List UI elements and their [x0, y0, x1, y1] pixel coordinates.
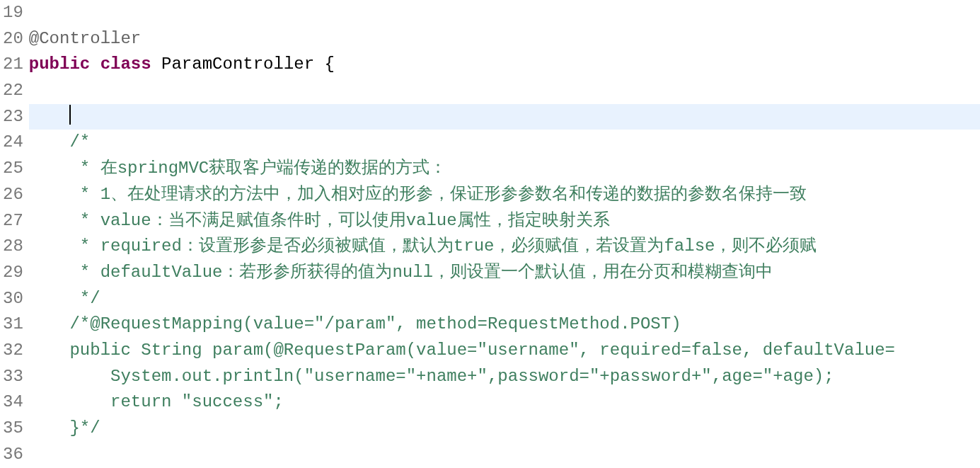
line-number: 36: [0, 442, 23, 468]
line-number: 19: [0, 0, 23, 26]
line-number: 33: [0, 364, 23, 390]
line-number-gutter: 19 20 21 22 23 24 25 26 27 28 29 30 31 3…: [0, 0, 29, 468]
code-area[interactable]: @Controller public class ParamController…: [29, 0, 980, 468]
code-line-34[interactable]: return "success";: [29, 389, 980, 416]
line-number: 27: [0, 208, 23, 234]
code-line-20[interactable]: @Controller: [29, 26, 980, 52]
code-line-24[interactable]: /*: [29, 130, 980, 156]
line-number: 22: [0, 78, 23, 104]
line-number: 31: [0, 312, 23, 338]
code-line-32[interactable]: public String param(@RequestParam(value=…: [29, 338, 980, 364]
code-line-30[interactable]: */: [29, 286, 980, 312]
line-number: 20: [0, 26, 23, 52]
line-number: 26: [0, 182, 23, 208]
text-cursor: [69, 105, 71, 125]
code-line-35[interactable]: }*/: [29, 416, 980, 442]
line-number: 23: [0, 104, 23, 130]
line-number: 21: [0, 52, 23, 78]
line-number: 30: [0, 286, 23, 312]
line-number: 24: [0, 130, 23, 156]
code-line-25[interactable]: * 在springMVC获取客户端传递的数据的方式：: [29, 156, 980, 182]
line-number: 35: [0, 416, 23, 442]
line-number: 25: [0, 156, 23, 182]
code-line-28[interactable]: * required：设置形参是否必须被赋值，默认为true，必须赋值，若设置为…: [29, 234, 980, 260]
code-line-36[interactable]: [29, 442, 980, 468]
line-number: 34: [0, 389, 23, 416]
code-editor: 19 20 21 22 23 24 25 26 27 28 29 30 31 3…: [0, 0, 980, 468]
code-line-33[interactable]: System.out.println("username="+name+",pa…: [29, 364, 980, 390]
code-line-23-active[interactable]: [29, 104, 980, 130]
code-line-27[interactable]: * value：当不满足赋值条件时，可以使用value属性，指定映射关系: [29, 208, 980, 234]
line-number: 29: [0, 260, 23, 286]
line-number: 28: [0, 234, 23, 260]
code-line-21[interactable]: public class ParamController {: [29, 52, 980, 78]
code-line-22[interactable]: [29, 78, 980, 104]
line-number: 32: [0, 338, 23, 364]
code-line-26[interactable]: * 1、在处理请求的方法中，加入相对应的形参，保证形参参数名和传递的数据的参数名…: [29, 182, 980, 208]
code-line-31[interactable]: /*@RequestMapping(value="/param", method…: [29, 312, 980, 338]
code-line-19[interactable]: [29, 0, 980, 26]
code-line-29[interactable]: * defaultValue：若形参所获得的值为null，则设置一个默认值，用在…: [29, 260, 980, 286]
